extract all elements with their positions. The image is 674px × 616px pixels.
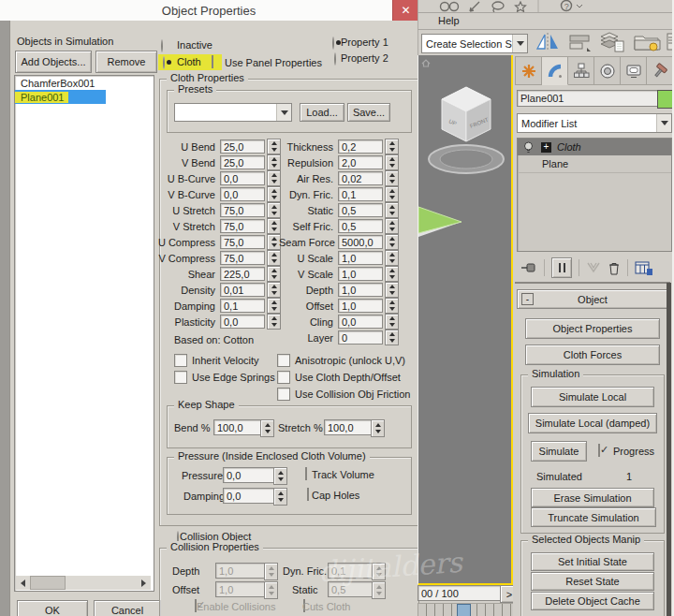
- ok-button[interactable]: OK: [17, 600, 88, 616]
- presets-dropdown[interactable]: [174, 103, 292, 122]
- modifier-stack-row[interactable]: Plane: [518, 155, 671, 173]
- spinner[interactable]: [385, 186, 399, 202]
- property2-radio[interactable]: [334, 52, 336, 66]
- objects-listbox[interactable]: ChamferBox001 Plane001: [14, 75, 154, 592]
- object-color-swatch[interactable]: [657, 90, 673, 109]
- inactive-radio[interactable]: [161, 39, 163, 52]
- plane-object[interactable]: [418, 203, 467, 241]
- spinner[interactable]: [385, 298, 399, 314]
- viewcube-home-icon[interactable]: [421, 59, 431, 67]
- spinner[interactable]: [385, 218, 399, 234]
- simulate-button[interactable]: Simulate: [531, 441, 587, 462]
- folder-lightbulb-icon[interactable]: [633, 31, 663, 52]
- remove-modifier-icon[interactable]: [608, 261, 621, 275]
- stretch-field[interactable]: 100,0: [324, 419, 373, 435]
- spinner[interactable]: [385, 282, 399, 298]
- save-button[interactable]: Save...: [347, 103, 390, 122]
- param-field[interactable]: 0,02: [338, 171, 383, 185]
- cancel-button[interactable]: Cancel: [94, 600, 161, 616]
- param-field[interactable]: 75,0: [220, 219, 265, 233]
- layers-icon[interactable]: [599, 31, 625, 52]
- hierarchy-tab[interactable]: [568, 56, 594, 85]
- list-item-selected[interactable]: Plane001: [15, 90, 106, 104]
- simulate-local-button[interactable]: Simulate Local: [531, 387, 654, 407]
- chevron-down-icon[interactable]: [512, 35, 527, 52]
- lasso-icon[interactable]: [491, 1, 506, 12]
- lightbulb-icon[interactable]: [523, 141, 534, 154]
- utilities-tab[interactable]: [647, 56, 673, 85]
- progress-checkbox[interactable]: [598, 444, 600, 457]
- param-field[interactable]: 1,0: [338, 251, 383, 265]
- cloth-forces-button[interactable]: Cloth Forces: [525, 345, 660, 365]
- param-field[interactable]: 0,1: [220, 299, 265, 313]
- modify-tab[interactable]: [542, 56, 568, 85]
- param-field[interactable]: 0,0: [338, 315, 383, 329]
- scroll-right-arrow-icon[interactable]: [137, 576, 151, 590]
- remove-button[interactable]: Remove: [95, 51, 157, 73]
- param-field[interactable]: 0,0: [220, 187, 265, 201]
- param-field[interactable]: 0,0: [220, 171, 265, 185]
- expand-plus-icon[interactable]: +: [541, 142, 551, 153]
- param-field[interactable]: 1,0: [338, 283, 383, 297]
- param-field[interactable]: 0,01: [220, 283, 265, 297]
- object-properties-button[interactable]: Object Properties: [525, 318, 660, 339]
- param-field[interactable]: 25,0: [220, 139, 265, 154]
- mirror-icon[interactable]: [534, 31, 562, 52]
- chevron-down-icon[interactable]: [656, 114, 671, 132]
- cap-holes-checkbox[interactable]: [307, 488, 309, 501]
- dialog-titlebar[interactable]: Object Properties: [0, 0, 418, 22]
- spinner[interactable]: [385, 139, 399, 154]
- bend-field[interactable]: 100,0: [213, 419, 262, 435]
- load-button[interactable]: Load...: [300, 103, 344, 122]
- add-objects-button[interactable]: Add Objects...: [15, 51, 92, 73]
- frame-counter-field[interactable]: 00 / 100: [418, 585, 503, 601]
- pressure-damping-field[interactable]: 0,0: [223, 488, 275, 504]
- spinner[interactable]: [385, 202, 399, 218]
- help-question-icon[interactable]: ?: [558, 0, 582, 12]
- checkbox[interactable]: [277, 371, 290, 384]
- param-field[interactable]: 1,0: [338, 267, 383, 281]
- param-field[interactable]: 0,1: [338, 187, 383, 201]
- spinner[interactable]: [385, 330, 399, 345]
- checkbox[interactable]: [174, 354, 187, 367]
- chevron-down-icon[interactable]: [276, 104, 291, 121]
- simulate-local-damped-button[interactable]: Simulate Local (damped): [528, 413, 657, 433]
- reset-state-button[interactable]: Reset State: [531, 572, 654, 591]
- param-field[interactable]: 0,5: [338, 203, 383, 217]
- timeline-ruler[interactable]: [418, 603, 524, 616]
- configure-modifier-sets-icon[interactable]: [635, 260, 653, 276]
- binoculars-icon[interactable]: [438, 1, 461, 12]
- delete-object-cache-button[interactable]: Delete Object Cache: [531, 592, 654, 610]
- erase-simulation-button[interactable]: Erase Simulation: [531, 488, 654, 507]
- param-field[interactable]: 0: [338, 330, 383, 345]
- scroll-left-arrow-icon[interactable]: [16, 576, 30, 590]
- param-field[interactable]: 0,2: [338, 139, 383, 154]
- param-field[interactable]: 75,0: [220, 251, 265, 265]
- pencil-arrow-icon[interactable]: [468, 1, 481, 12]
- modifier-stack[interactable]: + Cloth Plane: [517, 138, 672, 252]
- pressure-damping-spinner[interactable]: [273, 488, 287, 506]
- property1-radio[interactable]: [332, 37, 334, 50]
- make-unique-icon[interactable]: [586, 261, 601, 274]
- pressure-field[interactable]: 0,0: [223, 467, 275, 483]
- truncate-simulation-button[interactable]: Truncate Simulation: [531, 507, 656, 527]
- track-volume-checkbox[interactable]: [305, 467, 307, 480]
- stretch-spinner[interactable]: [371, 419, 385, 437]
- viewport[interactable]: UP FRONT: [418, 55, 513, 586]
- param-field[interactable]: 75,0: [220, 203, 265, 217]
- modifier-list-dropdown[interactable]: Modifier List: [517, 113, 672, 133]
- rectangles-icon[interactable]: [567, 34, 592, 51]
- collapse-minus-icon[interactable]: -: [521, 293, 534, 305]
- spinner[interactable]: [385, 170, 399, 186]
- selection-set-dropdown[interactable]: Create Selection Se: [421, 34, 528, 53]
- set-initial-state-button[interactable]: Set Initial State: [531, 552, 654, 571]
- object-rollout-header[interactable]: - Object: [517, 289, 668, 309]
- timeline-slider-thumb[interactable]: [457, 604, 471, 616]
- spinner[interactable]: [385, 266, 399, 282]
- checkbox[interactable]: [174, 371, 187, 384]
- param-field[interactable]: 0,0: [220, 315, 265, 329]
- checkbox[interactable]: [277, 388, 290, 401]
- menu-help[interactable]: Help: [438, 15, 460, 26]
- param-field[interactable]: 2,0: [338, 155, 383, 169]
- close-button[interactable]: ✕: [392, 0, 418, 21]
